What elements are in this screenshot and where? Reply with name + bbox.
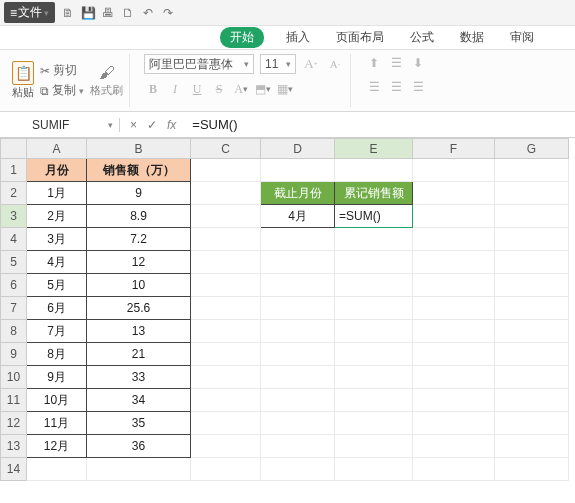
align-left-icon[interactable]: ☰ (365, 78, 383, 96)
rowhead[interactable]: 10 (1, 366, 27, 389)
cell[interactable] (413, 274, 495, 297)
cell[interactable] (495, 297, 569, 320)
cell[interactable] (261, 320, 335, 343)
align-bottom-icon[interactable]: ⬇ (409, 54, 427, 72)
cell-B2[interactable]: 9 (87, 182, 191, 205)
cell-B4[interactable]: 7.2 (87, 228, 191, 251)
cell-F2[interactable] (413, 182, 495, 205)
cell[interactable] (261, 412, 335, 435)
cell[interactable] (335, 389, 413, 412)
cell-C1[interactable] (191, 159, 261, 182)
cell-F1[interactable] (413, 159, 495, 182)
rowhead[interactable]: 4 (1, 228, 27, 251)
cell[interactable] (191, 389, 261, 412)
cell[interactable] (335, 343, 413, 366)
cell[interactable] (191, 366, 261, 389)
file-menu[interactable]: ≡ 文件 ▾ (4, 2, 55, 23)
new-doc-icon[interactable]: 🗎 (61, 6, 75, 20)
colhead-G[interactable]: G (495, 139, 569, 159)
cell[interactable] (495, 320, 569, 343)
colhead-F[interactable]: F (413, 139, 495, 159)
rowhead[interactable]: 8 (1, 320, 27, 343)
colhead-B[interactable]: B (87, 139, 191, 159)
tab-data[interactable]: 数据 (456, 29, 488, 46)
rowhead[interactable]: 9 (1, 343, 27, 366)
cell[interactable] (495, 389, 569, 412)
cell-C2[interactable] (191, 182, 261, 205)
cell-A7[interactable]: 6月 (27, 297, 87, 320)
cell[interactable] (335, 274, 413, 297)
cell-A8[interactable]: 7月 (27, 320, 87, 343)
cell-D1[interactable] (261, 159, 335, 182)
cell-B13[interactable]: 36 (87, 435, 191, 458)
cell[interactable] (191, 297, 261, 320)
cell-C3[interactable] (191, 205, 261, 228)
italic-button[interactable]: I (166, 80, 184, 98)
cell[interactable] (191, 412, 261, 435)
cell[interactable] (261, 228, 335, 251)
cell[interactable] (413, 389, 495, 412)
select-all-corner[interactable] (1, 139, 27, 159)
bold-button[interactable]: B (144, 80, 162, 98)
align-center-icon[interactable]: ☰ (387, 78, 405, 96)
align-right-icon[interactable]: ☰ (409, 78, 427, 96)
cell[interactable] (413, 297, 495, 320)
cell-D3[interactable]: 4月 (261, 205, 335, 228)
cell-A1[interactable]: 月份 (27, 159, 87, 182)
cell[interactable] (335, 320, 413, 343)
cell[interactable] (191, 274, 261, 297)
redo-icon[interactable]: ↷ (161, 6, 175, 20)
cut-button[interactable]: ✂ 剪切 (40, 62, 84, 79)
cell[interactable] (261, 251, 335, 274)
cell[interactable] (261, 274, 335, 297)
name-box[interactable]: ▾ (0, 118, 120, 132)
cell-B8[interactable]: 13 (87, 320, 191, 343)
cell-A11[interactable]: 10月 (27, 389, 87, 412)
cell[interactable] (413, 458, 495, 481)
rowhead[interactable]: 12 (1, 412, 27, 435)
rowhead[interactable]: 6 (1, 274, 27, 297)
save-icon[interactable]: 💾 (81, 6, 95, 20)
cell-A12[interactable]: 11月 (27, 412, 87, 435)
align-middle-icon[interactable]: ☰ (387, 54, 405, 72)
cell-B6[interactable]: 10 (87, 274, 191, 297)
cell[interactable] (261, 435, 335, 458)
tab-start[interactable]: 开始 (220, 27, 264, 48)
cell-A5[interactable]: 4月 (27, 251, 87, 274)
name-box-input[interactable] (32, 118, 102, 132)
font-name-select[interactable]: 阿里巴巴普惠体 ▾ (144, 54, 254, 74)
underline-button[interactable]: U (188, 80, 206, 98)
rowhead[interactable]: 11 (1, 389, 27, 412)
fill-color-button[interactable]: ⬒▾ (254, 80, 272, 98)
cell[interactable] (191, 458, 261, 481)
shrink-font-button[interactable]: A- (326, 55, 344, 73)
cell[interactable] (495, 435, 569, 458)
cell[interactable] (261, 343, 335, 366)
tab-review[interactable]: 审阅 (506, 29, 538, 46)
border-button[interactable]: ▦▾ (276, 80, 294, 98)
print-icon[interactable]: 🖶 (101, 6, 115, 20)
cell-F3[interactable] (413, 205, 495, 228)
rowhead[interactable]: 14 (1, 458, 27, 481)
cell-B5[interactable]: 12 (87, 251, 191, 274)
cell-E2[interactable]: 累记销售额 (335, 182, 413, 205)
fx-icon[interactable]: fx (167, 118, 176, 132)
cell[interactable] (335, 412, 413, 435)
cell-D2[interactable]: 截止月份 (261, 182, 335, 205)
cell[interactable] (495, 458, 569, 481)
cell[interactable] (413, 343, 495, 366)
rowhead[interactable]: 1 (1, 159, 27, 182)
cell[interactable] (191, 320, 261, 343)
cell-G3[interactable] (495, 205, 569, 228)
font-size-select[interactable]: 11 ▾ (260, 54, 296, 74)
cell[interactable] (191, 228, 261, 251)
copy-button[interactable]: ⧉ 复制 ▾ (40, 82, 84, 99)
cell[interactable] (191, 435, 261, 458)
colhead-C[interactable]: C (191, 139, 261, 159)
cell[interactable] (495, 366, 569, 389)
cell-B3[interactable]: 8.9 (87, 205, 191, 228)
formula-input[interactable] (186, 117, 575, 132)
worksheet[interactable]: A B C D E F G 1 月份 销售额（万） 2 1月 9 截止月份 累记… (0, 138, 575, 481)
cell-B10[interactable]: 33 (87, 366, 191, 389)
rowhead[interactable]: 3 (1, 205, 27, 228)
